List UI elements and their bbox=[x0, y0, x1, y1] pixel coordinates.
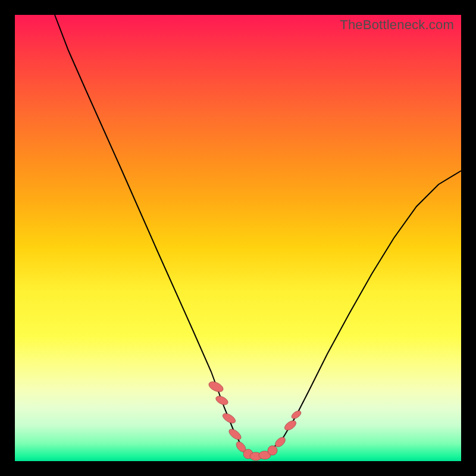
chart-frame: TheBottleneck.com bbox=[0, 0, 476, 476]
bead-cluster bbox=[207, 380, 302, 461]
bottleneck-curve bbox=[15, 15, 461, 461]
svg-point-0 bbox=[207, 380, 225, 394]
svg-point-3 bbox=[227, 427, 243, 441]
svg-point-2 bbox=[221, 412, 237, 425]
plot-area: TheBottleneck.com bbox=[15, 15, 461, 461]
svg-point-11 bbox=[290, 409, 302, 421]
curve-path bbox=[55, 15, 461, 456]
svg-point-10 bbox=[283, 419, 298, 432]
svg-point-1 bbox=[214, 394, 229, 406]
